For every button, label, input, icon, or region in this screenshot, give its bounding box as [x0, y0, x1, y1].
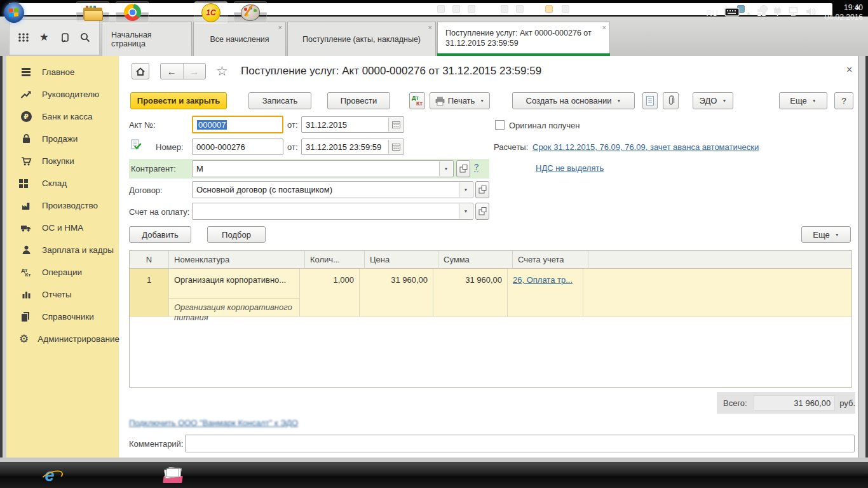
page-title: Поступление услуг: Акт 0000-000276 от 31… [241, 65, 541, 78]
cardfile-icon [163, 468, 182, 483]
tab-close-icon[interactable]: × [428, 24, 432, 31]
sidebar-item-manager[interactable]: Руководителю [6, 83, 119, 105]
history-icon[interactable] [57, 30, 72, 45]
printer-icon [435, 97, 445, 105]
taskbar-explorer-button[interactable] [76, 1, 109, 24]
act-number-input[interactable]: 000007 [192, 116, 283, 133]
table-row[interactable]: 1 Организация корпоративно... Организаци… [130, 269, 851, 317]
doc-date-input[interactable]: 31.12.2015 23:59:59 [301, 139, 404, 155]
ghost-toolbar-icon [437, 5, 445, 13]
vat-link[interactable]: НДС не выделять [536, 163, 604, 173]
sidebar-item-warehouse[interactable]: Склад [6, 172, 119, 194]
network-icon[interactable] [789, 6, 799, 19]
tab-close-icon[interactable]: × [278, 24, 282, 31]
sidebar-item-bank-cash[interactable]: ₽ Банк и касса [6, 105, 119, 128]
invoice-combo[interactable]: ▼ [192, 203, 473, 220]
sidebar-item-salary-hr[interactable]: Зарплата и кадры [6, 239, 119, 261]
back-icon[interactable]: ← [161, 66, 183, 77]
sidebar-item-fixed-assets[interactable]: ОС и НМА [6, 217, 119, 239]
calendar-icon[interactable] [388, 118, 403, 132]
edo-connect-link[interactable]: Подключить ООО "Ванмарк Консалт" к ЭДО [129, 418, 298, 428]
tab-receipt-document[interactable]: Поступление услуг: Акт 0000-000276 от 31… [437, 22, 610, 56]
sidebar-item-purchases[interactable]: Покупки [6, 150, 119, 172]
sidebar-item-administration[interactable]: ⚙ Администрирование [6, 328, 119, 350]
taskbar [0, 463, 868, 488]
internet-explorer-icon: e [44, 466, 54, 485]
post-and-close-button[interactable]: Провести и закрыть [130, 92, 227, 109]
document-icon [646, 95, 654, 106]
contract-combo[interactable]: Основной договор (с поставщиком) ▼ [192, 181, 473, 198]
post-button[interactable]: Провести [327, 92, 390, 109]
edo-button[interactable]: ЭДО ▼ [693, 92, 733, 109]
original-received-checkbox[interactable] [495, 120, 505, 130]
table-more-button[interactable]: Еще ▼ [801, 226, 851, 243]
tray-windows-icon[interactable] [757, 9, 766, 17]
help-button[interactable]: ? [834, 92, 853, 109]
home-button[interactable] [132, 63, 149, 79]
tab-close-icon[interactable]: × [602, 24, 606, 31]
document-button[interactable] [642, 92, 658, 109]
taskbar-cardfile-button[interactable] [156, 464, 189, 486]
col-header-accounts[interactable]: Счета учета [513, 251, 588, 269]
sidebar-item-operations[interactable]: ДтКт Операции [6, 261, 119, 283]
col-header-sum[interactable]: Сумма [438, 251, 513, 269]
pick-button[interactable]: Подбор [207, 226, 266, 243]
col-header-price[interactable]: Цена [365, 251, 438, 269]
search-icon[interactable] [78, 30, 93, 45]
sidebar-item-sales[interactable]: Продажи [6, 128, 119, 150]
col-header-n[interactable]: N [130, 251, 169, 269]
device-plug-icon[interactable] [773, 6, 782, 19]
number-input[interactable]: 0000-000276 [192, 139, 283, 155]
save-button[interactable]: Записать [248, 92, 311, 109]
forward-icon[interactable]: → [184, 66, 206, 77]
volume-icon[interactable] [806, 7, 816, 19]
chevron-down-icon[interactable]: ▼ [439, 161, 452, 176]
counterparty-open-button[interactable] [456, 160, 470, 177]
sidebar-item-directories[interactable]: Справочники [6, 306, 119, 328]
clock[interactable]: 19:40 04.02.2016 [825, 3, 863, 22]
taskbar-paint-button[interactable] [234, 1, 267, 24]
attach-button[interactable] [663, 92, 679, 109]
taskbar-chrome-button[interactable] [116, 1, 149, 24]
favorites-star-icon[interactable]: ★ [36, 30, 51, 45]
col-header-nomenclature[interactable]: Номенклатура [169, 251, 305, 269]
total-box: Всего: 31 960,00 руб. [717, 392, 855, 414]
counterparty-help-link[interactable]: ? [474, 162, 478, 172]
taskbar-1c-button[interactable]: 1С [194, 1, 227, 24]
doc-date-label: от: [287, 142, 298, 152]
cell-qty: 1,000 [300, 269, 360, 316]
counterparty-combo[interactable]: М ▼ [192, 160, 454, 177]
more-button[interactable]: Еще ▼ [779, 92, 827, 109]
language-indicator[interactable]: RU [706, 8, 718, 18]
accounts-link[interactable]: 26, Оплата тр... [513, 275, 573, 285]
favorite-star-icon[interactable]: ☆ [216, 64, 228, 79]
sidebar-item-production[interactable]: Производство [6, 194, 119, 217]
sidebar-item-main[interactable]: Главное [6, 61, 119, 83]
taskbar-ie-button[interactable]: e [37, 464, 62, 486]
form-close-icon[interactable]: × [846, 64, 852, 76]
dtkt-button[interactable]: Дт Кт [409, 92, 425, 109]
edo-state-icon[interactable] [130, 139, 142, 153]
apps-menu-icon[interactable] [16, 30, 31, 45]
tab-receipts-list[interactable]: Поступление (акты, накладные) × [287, 22, 436, 56]
chevron-down-icon: ▼ [480, 98, 484, 103]
invoice-open-button[interactable] [475, 203, 489, 220]
tab-home[interactable]: Начальная страница [102, 22, 192, 56]
print-button[interactable]: Печать ▼ [430, 92, 490, 109]
settlements-link[interactable]: Срок 31.12.2015, 76.09, 76.09, зачет ава… [532, 142, 759, 152]
tab-accruals[interactable]: Все начисления × [193, 22, 286, 56]
act-date-input[interactable]: 31.12.2015 [301, 116, 404, 133]
add-row-button[interactable]: Добавить [129, 226, 191, 243]
comment-input[interactable] [185, 435, 855, 452]
chevron-down-icon[interactable]: ▼ [459, 204, 472, 219]
create-from-button[interactable]: Создать на основании ▼ [512, 92, 635, 109]
contract-open-button[interactable] [475, 181, 489, 198]
start-button[interactable] [4, 3, 24, 23]
show-hidden-icons[interactable]: ▲ [746, 10, 751, 16]
col-header-qty[interactable]: Колич... [305, 251, 365, 269]
keyboard-icon[interactable] [724, 7, 740, 19]
sidebar-item-reports[interactable]: Отчеты [6, 283, 119, 306]
calendar-icon[interactable] [388, 140, 403, 154]
chevron-down-icon[interactable]: ▼ [459, 182, 472, 197]
open-icon [478, 207, 487, 215]
